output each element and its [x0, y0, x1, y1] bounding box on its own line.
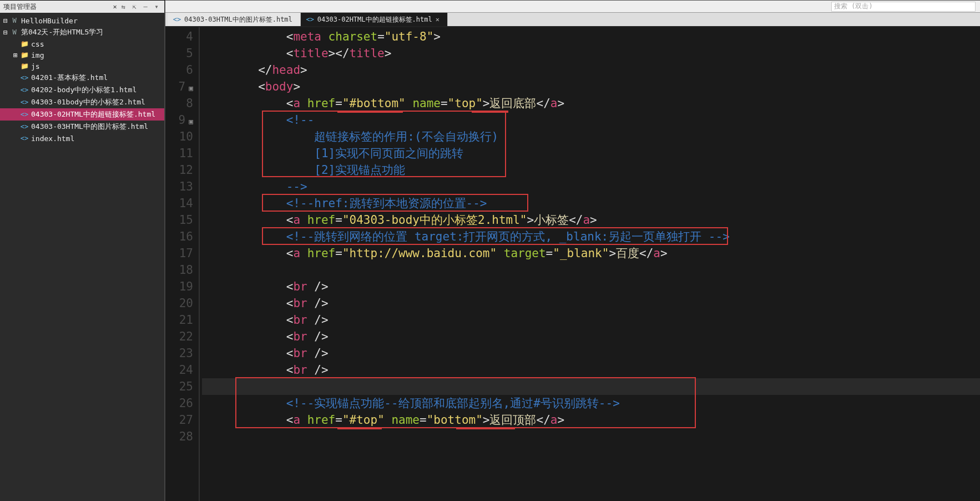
- code-line[interactable]: [202, 378, 980, 395]
- tree-item-label: css: [31, 40, 44, 48]
- tree-item[interactable]: <>04303-03HTML中的图片标签.html: [0, 121, 164, 133]
- html-file-icon: <>: [173, 16, 181, 23]
- editor-tabs[interactable]: <>04303-03HTML中的图片标签.html<>04303-02HTML中…: [165, 13, 980, 27]
- line-number[interactable]: 18: [165, 262, 199, 278]
- line-number[interactable]: 20: [165, 295, 199, 312]
- close-icon[interactable]: ✕: [436, 16, 440, 23]
- search-placeholder: 搜索 (双击): [834, 2, 873, 11]
- twisty-icon[interactable]: ⊞: [12, 51, 19, 59]
- twisty-icon[interactable]: ⊟: [2, 28, 9, 37]
- tree-item[interactable]: ⊟W第042天-开始HTML5学习: [0, 26, 164, 38]
- code-line[interactable]: <a href="#bottom" name="top">返回底部</a>: [202, 95, 980, 112]
- code-line[interactable]: <a href="04303-body中的小标签2.html">小标签</a>: [202, 212, 980, 228]
- tab-label: 04303-02HTML中的超链接标签.html: [317, 15, 432, 24]
- line-number[interactable]: 16: [165, 228, 199, 245]
- tree-item-label: img: [31, 51, 44, 59]
- code-line[interactable]: <!--跳转到网络的位置 target:打开网页的方式, _blank:另起一页…: [202, 228, 980, 245]
- link-icon[interactable]: ⇆: [119, 2, 128, 11]
- line-number[interactable]: 22: [165, 328, 199, 345]
- html-file-icon: <>: [20, 86, 29, 94]
- line-number[interactable]: 13: [165, 178, 199, 195]
- line-number[interactable]: 5: [165, 45, 199, 62]
- line-number[interactable]: 23: [165, 345, 199, 362]
- code-line[interactable]: </head>: [202, 62, 980, 78]
- line-number[interactable]: 24: [165, 362, 199, 378]
- editor-tab[interactable]: <>04303-03HTML中的图片标签.html: [168, 13, 301, 26]
- line-number[interactable]: 25: [165, 378, 199, 395]
- folder-icon: 📁: [20, 62, 29, 71]
- html-file-icon: <>: [20, 110, 29, 119]
- code-line[interactable]: 超链接标签的作用:(不会自动换行): [202, 128, 980, 145]
- code-line[interactable]: [2]实现锚点功能: [202, 162, 980, 178]
- html-file-icon: <>: [20, 122, 29, 131]
- code-line[interactable]: <br />: [202, 345, 980, 362]
- tree-item[interactable]: <>04201-基本标签.html: [0, 72, 164, 84]
- editor-tab[interactable]: <>04303-02HTML中的超链接标签.html✕: [301, 13, 448, 26]
- line-number[interactable]: 27: [165, 412, 199, 428]
- line-number[interactable]: 11: [165, 145, 199, 162]
- code-line[interactable]: [1]实现不同页面之间的跳转: [202, 145, 980, 162]
- line-number[interactable]: 14: [165, 195, 199, 212]
- html-file-icon: <>: [20, 98, 29, 107]
- file-tree[interactable]: ⊟WHelloHBuilder⊟W第042天-开始HTML5学习📁css⊞📁im…: [0, 13, 164, 146]
- code-line[interactable]: [202, 262, 980, 278]
- tree-item[interactable]: ⊞📁img: [0, 49, 164, 61]
- html-file-icon: <>: [306, 16, 314, 23]
- tree-item-label: 04303-03HTML中的图片标签.html: [31, 122, 148, 132]
- code-line[interactable]: <a href="http://www.baidu.com" target="_…: [202, 245, 980, 262]
- annotation-underline: [337, 111, 403, 113]
- tree-item[interactable]: 📁css: [0, 38, 164, 49]
- tree-item-label: 04303-01body中的小标签2.html: [31, 97, 145, 107]
- code-line[interactable]: <body>: [202, 78, 980, 95]
- line-number[interactable]: 4: [165, 28, 199, 45]
- minimize-icon[interactable]: ‒: [141, 2, 150, 11]
- line-number[interactable]: 17: [165, 245, 199, 262]
- line-number[interactable]: 28: [165, 428, 199, 445]
- code-line[interactable]: <!--href:跳转到本地资源的位置-->: [202, 195, 980, 212]
- line-number[interactable]: 7▣: [165, 78, 199, 95]
- tree-item[interactable]: ⊟WHelloHBuilder: [0, 15, 164, 26]
- code-line[interactable]: <a href="#top" name="bottom">返回顶部</a>: [202, 412, 980, 428]
- tree-item[interactable]: <>04303-02HTML中的超链接标签.html: [0, 108, 164, 121]
- html-file-icon: <>: [20, 73, 29, 82]
- code-line[interactable]: <!--: [202, 112, 980, 128]
- collapse-icon[interactable]: ⇱: [130, 2, 139, 11]
- line-number[interactable]: 6: [165, 62, 199, 78]
- tree-item[interactable]: <>index.html: [0, 133, 164, 144]
- code-line[interactable]: <title></title>: [202, 45, 980, 62]
- search-input[interactable]: 搜索 (双击): [831, 2, 976, 12]
- code-line[interactable]: <br />: [202, 328, 980, 345]
- tree-item-label: 04303-02HTML中的超链接标签.html: [31, 109, 155, 119]
- code-line[interactable]: <meta charset="utf-8">: [202, 28, 980, 45]
- code-line[interactable]: <br />: [202, 362, 980, 378]
- code-line[interactable]: <!--实现锚点功能--给顶部和底部起别名,通过#号识别跳转-->: [202, 395, 980, 412]
- line-number[interactable]: 19: [165, 278, 199, 295]
- tree-item[interactable]: <>04303-01body中的小标签2.html: [0, 96, 164, 108]
- html-file-icon: <>: [20, 134, 29, 143]
- line-number[interactable]: 12: [165, 162, 199, 178]
- line-number[interactable]: 10: [165, 128, 199, 145]
- code-line[interactable]: <br />: [202, 312, 980, 328]
- project-explorer[interactable]: 项目管理器 ✕ ⇆ ⇱ ‒ ▾ ⊟WHelloHBuilder⊟W第042天-开…: [0, 0, 165, 501]
- code-editor[interactable]: <meta charset="utf-8"> <title></title> <…: [200, 27, 980, 501]
- tree-item-label: 04202-body中的小标签1.html: [31, 85, 137, 95]
- code-line[interactable]: <br />: [202, 278, 980, 295]
- line-number[interactable]: 8: [165, 95, 199, 112]
- twisty-icon[interactable]: ⊟: [2, 17, 9, 25]
- tree-item[interactable]: 📁js: [0, 61, 164, 72]
- folder-icon: W: [10, 28, 19, 37]
- code-line[interactable]: [202, 428, 980, 445]
- fold-icon[interactable]: ▣: [189, 84, 193, 92]
- line-number[interactable]: 26: [165, 395, 199, 412]
- line-gutter[interactable]: 4567▣89▣10111213141516171819202122232425…: [165, 27, 200, 501]
- line-number[interactable]: 15: [165, 212, 199, 228]
- sidebar-tools: ⇆ ⇱ ‒ ▾: [119, 2, 161, 11]
- fold-icon[interactable]: ▣: [189, 117, 193, 126]
- menu-icon[interactable]: ▾: [152, 2, 161, 11]
- line-number[interactable]: 9▣: [165, 112, 199, 128]
- code-line[interactable]: -->: [202, 178, 980, 195]
- tree-item[interactable]: <>04202-body中的小标签1.html: [0, 84, 164, 96]
- line-number[interactable]: 21: [165, 312, 199, 328]
- sidebar-close-icon[interactable]: ✕: [111, 3, 119, 11]
- code-line[interactable]: <br />: [202, 295, 980, 312]
